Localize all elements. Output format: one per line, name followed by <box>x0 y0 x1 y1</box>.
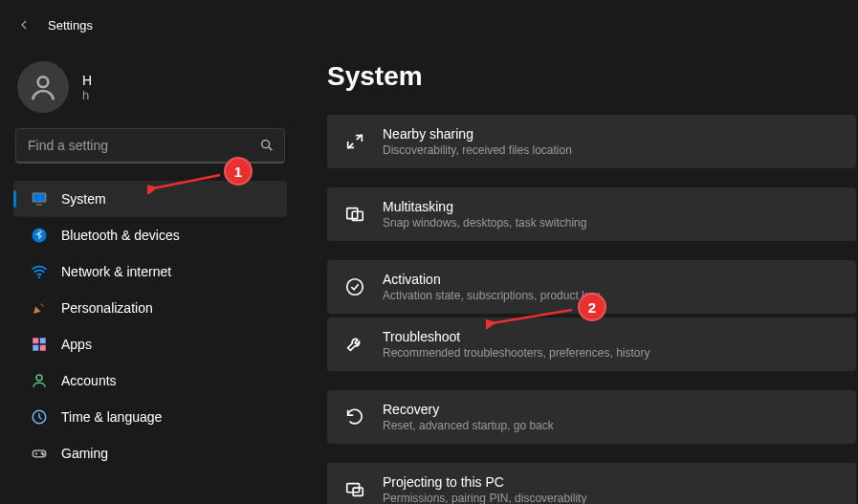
sidebar-item-accounts[interactable]: Accounts <box>13 362 287 399</box>
svg-rect-2 <box>33 193 46 202</box>
item-desc: Permissions, pairing PIN, discoverabilit… <box>383 492 586 504</box>
multitasking-icon <box>344 204 365 225</box>
sidebar: H h System <box>0 50 295 504</box>
svg-rect-8 <box>40 338 46 343</box>
sidebar-item-label: Apps <box>61 337 92 352</box>
item-title: Multitasking <box>383 199 586 214</box>
item-title: Projecting to this PC <box>383 474 586 490</box>
sidebar-item-label: Network & internet <box>61 264 171 279</box>
svg-rect-7 <box>33 338 38 343</box>
svg-point-6 <box>38 276 40 278</box>
system-icon <box>31 190 48 208</box>
bluetooth-icon <box>31 227 48 244</box>
svg-point-15 <box>43 453 45 455</box>
sidebar-item-label: Accounts <box>61 373 117 388</box>
sidebar-item-personalization[interactable]: Personalization <box>13 290 287 326</box>
account-name: H <box>82 73 92 88</box>
selection-indicator <box>13 190 16 208</box>
item-desc: Snap windows, desktops, task switching <box>383 216 586 230</box>
sidebar-item-network[interactable]: Network & internet <box>13 253 287 290</box>
sidebar-item-apps[interactable]: Apps <box>13 326 287 362</box>
svg-rect-10 <box>40 345 46 351</box>
page-title: System <box>327 61 856 92</box>
sidebar-item-label: Bluetooth & devices <box>61 228 180 243</box>
svg-point-0 <box>38 77 49 87</box>
main-pane: System Nearby sharing Discoverability, r… <box>295 50 858 504</box>
sidebar-item-label: Gaming <box>61 446 108 461</box>
sidebar-nav: System 1 <box>8 173 295 471</box>
sidebar-item-time-language[interactable]: Time & language <box>13 399 287 435</box>
search-box[interactable] <box>15 128 285 164</box>
gaming-icon <box>31 445 48 462</box>
time-language-icon <box>31 408 48 426</box>
svg-rect-9 <box>33 345 38 351</box>
item-title: Nearby sharing <box>383 126 572 142</box>
svg-point-11 <box>36 375 42 381</box>
account-row[interactable]: H h <box>8 54 295 124</box>
item-title: Activation <box>383 272 600 287</box>
sidebar-item-bluetooth[interactable]: Bluetooth & devices <box>13 217 287 253</box>
app-title: Settings <box>48 18 93 33</box>
sidebar-item-label: Time & language <box>61 409 162 425</box>
svg-point-1 <box>262 141 270 148</box>
sidebar-item-system[interactable]: System 1 <box>13 181 287 217</box>
back-button[interactable] <box>15 16 33 33</box>
multitasking-row[interactable]: Multitasking Snap windows, desktops, tas… <box>327 187 856 241</box>
item-desc: Recommended troubleshooters, preferences… <box>383 346 649 360</box>
apps-icon <box>31 336 48 353</box>
nearby-sharing-icon <box>344 131 365 152</box>
activation-row[interactable]: Activation Activation state, subscriptio… <box>327 260 856 314</box>
account-email: h <box>82 88 92 102</box>
projecting-icon <box>344 479 365 500</box>
item-desc: Activation state, subscriptions, product… <box>383 289 600 302</box>
troubleshoot-row[interactable]: Troubleshoot Recommended troubleshooters… <box>327 318 856 371</box>
search-icon <box>259 138 275 153</box>
sidebar-item-label: System <box>61 191 106 207</box>
activation-icon <box>344 276 365 297</box>
recovery-icon <box>344 406 365 427</box>
nearby-sharing-row[interactable]: Nearby sharing Discoverability, received… <box>327 115 856 168</box>
item-desc: Reset, advanced startup, go back <box>383 419 554 432</box>
accounts-icon <box>31 372 48 389</box>
item-title: Troubleshoot <box>383 329 649 344</box>
avatar-icon <box>17 61 69 113</box>
title-bar: Settings <box>0 0 858 50</box>
sidebar-item-gaming[interactable]: Gaming <box>13 435 287 471</box>
item-desc: Discoverability, received files location <box>383 143 572 157</box>
wifi-icon <box>31 263 48 280</box>
svg-point-18 <box>347 279 363 296</box>
projecting-row[interactable]: Projecting to this PC Permissions, pairi… <box>327 463 856 504</box>
personalization-icon <box>31 299 48 317</box>
troubleshoot-icon <box>344 334 365 355</box>
sidebar-item-label: Personalization <box>61 300 153 316</box>
item-title: Recovery <box>383 402 554 417</box>
recovery-row[interactable]: Recovery Reset, advanced startup, go bac… <box>327 390 856 444</box>
svg-line-4 <box>153 175 220 188</box>
search-input[interactable] <box>26 137 252 154</box>
